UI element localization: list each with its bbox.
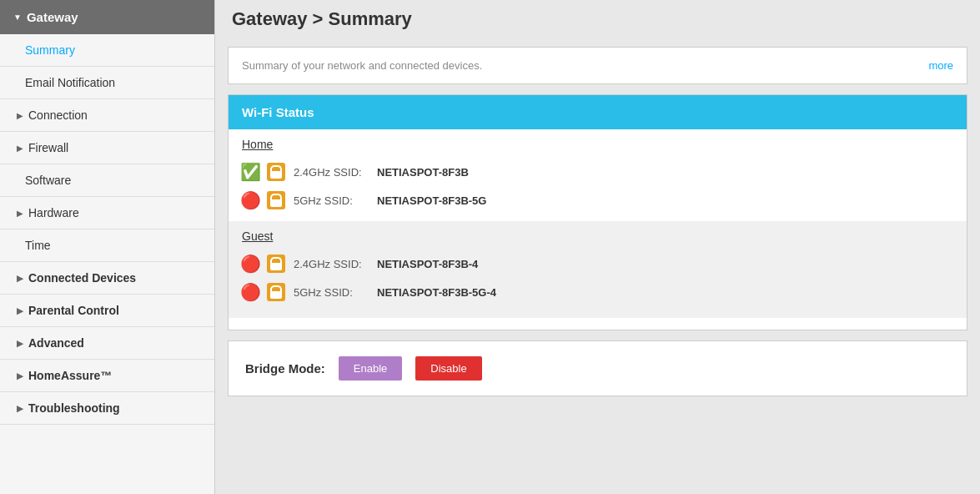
- sidebar-homeassure-arrow: ▶: [17, 371, 23, 381]
- bridge-mode-label: Bridge Mode:: [245, 361, 325, 376]
- sidebar-parental-arrow: ▶: [17, 306, 23, 315]
- home-network-group: Home ✅ 2.4GHz SSID: NETIASPOT-8F3B 🔴: [242, 138, 953, 214]
- wifi-status-header: Wi-Fi Status: [229, 95, 967, 129]
- wifi-status-section: Wi-Fi Status Home ✅ 2.4GHz SSID: NETIASP…: [228, 94, 967, 330]
- guest-5ghz-lock-icon: [267, 283, 285, 301]
- sidebar-connected-arrow: ▶: [17, 274, 23, 283]
- home-5ghz-status-icon: 🔴: [242, 192, 259, 209]
- sidebar-item-parental-control[interactable]: ▶ Parental Control: [0, 295, 214, 327]
- guest-5ghz-label: 5GHz SSID:: [294, 286, 369, 299]
- home-5ghz-ssid: NETIASPOT-8F3B-5G: [377, 194, 486, 207]
- guest-24ghz-ssid: NETIASPOT-8F3B-4: [377, 258, 478, 270]
- sidebar-item-parental-label: Parental Control: [28, 304, 119, 317]
- home-24ghz-ssid: NETIASPOT-8F3B: [377, 166, 469, 179]
- content-area: Summary of your network and connected de…: [215, 38, 980, 405]
- sidebar-gateway-header[interactable]: ▼ Gateway: [0, 0, 214, 34]
- sidebar-item-advanced-label: Advanced: [28, 336, 84, 350]
- sidebar-item-homeassure[interactable]: ▶ HomeAssure™: [0, 360, 214, 392]
- guest-5ghz-status-icon: 🔴: [242, 284, 259, 300]
- sidebar-gateway-arrow: ▼: [13, 13, 22, 22]
- guest-network-group: Guest 🔴 2.4GHz SSID: NETIASPOT-8F3B-4 🔴: [229, 221, 967, 318]
- sidebar-item-email-notification[interactable]: Email Notification: [0, 67, 214, 99]
- home-24ghz-label: 2.4GHz SSID:: [294, 166, 369, 179]
- summary-description-box: Summary of your network and connected de…: [228, 47, 967, 84]
- sidebar-item-email-label: Email Notification: [25, 76, 115, 89]
- guest-label[interactable]: Guest: [242, 229, 953, 243]
- home-24ghz-status-icon: ✅: [242, 164, 259, 180]
- sidebar-hardware-arrow: ▶: [17, 209, 23, 218]
- guest-5ghz-ssid: NETIASPOT-8F3B-5G-4: [377, 286, 496, 299]
- sidebar-item-connected-label: Connected Devices: [28, 271, 136, 285]
- sidebar-item-advanced[interactable]: ▶ Advanced: [0, 327, 214, 360]
- sidebar-item-time-label: Time: [25, 239, 51, 252]
- sidebar-item-connection[interactable]: ▶ Connection: [0, 99, 214, 132]
- home-5ghz-lock-icon: [267, 191, 285, 209]
- disable-button[interactable]: Disable: [415, 356, 481, 381]
- sidebar-item-firewall[interactable]: ▶ Firewall: [0, 132, 214, 164]
- guest-24ghz-label: 2.4GHz SSID:: [294, 258, 369, 270]
- guest-24ghz-status-icon: 🔴: [242, 255, 259, 272]
- home-label[interactable]: Home: [242, 138, 953, 151]
- sidebar-item-firewall-label: Firewall: [28, 141, 68, 154]
- more-link[interactable]: more: [928, 59, 953, 72]
- home-24ghz-lock-icon: [267, 163, 285, 181]
- sidebar-item-connection-label: Connection: [28, 108, 88, 122]
- sidebar-gateway-label: Gateway: [27, 10, 78, 24]
- sidebar-item-connected-devices[interactable]: ▶ Connected Devices: [0, 262, 214, 295]
- sidebar-item-time[interactable]: Time: [0, 229, 214, 262]
- enable-button[interactable]: Enable: [339, 356, 402, 381]
- sidebar-item-software[interactable]: Software: [0, 164, 214, 197]
- sidebar-item-homeassure-label: HomeAssure™: [28, 369, 112, 382]
- sidebar-item-summary[interactable]: Summary: [0, 34, 214, 67]
- home-5ghz-label: 5GHz SSID:: [294, 194, 369, 207]
- sidebar-item-hardware-label: Hardware: [28, 206, 79, 219]
- sidebar-troubleshooting-arrow: ▶: [17, 404, 23, 413]
- sidebar-item-troubleshooting[interactable]: ▶ Troubleshooting: [0, 392, 214, 425]
- summary-description: Summary of your network and connected de…: [242, 59, 482, 72]
- sidebar: ▼ Gateway Summary Email Notification ▶ C…: [0, 0, 215, 494]
- bridge-mode-box: Bridge Mode: Enable Disable: [228, 340, 967, 396]
- guest-24ghz-lock-icon: [267, 255, 285, 273]
- sidebar-advanced-arrow: ▶: [17, 339, 23, 348]
- home-24ghz-row: ✅ 2.4GHz SSID: NETIASPOT-8F3B: [242, 158, 953, 186]
- sidebar-item-troubleshooting-label: Troubleshooting: [28, 401, 120, 415]
- home-5ghz-row: 🔴 5GHz SSID: NETIASPOT-8F3B-5G: [242, 186, 953, 214]
- guest-5ghz-row: 🔴 5GHz SSID: NETIASPOT-8F3B-5G-4: [242, 278, 953, 306]
- page-title: Gateway > Summary: [215, 0, 980, 38]
- guest-24ghz-row: 🔴 2.4GHz SSID: NETIASPOT-8F3B-4: [242, 250, 953, 278]
- sidebar-firewall-arrow: ▶: [17, 144, 23, 153]
- sidebar-connection-arrow: ▶: [17, 111, 23, 120]
- sidebar-item-summary-label: Summary: [25, 43, 75, 57]
- main-content: Gateway > Summary Summary of your networ…: [215, 0, 980, 494]
- wifi-body: Home ✅ 2.4GHz SSID: NETIASPOT-8F3B 🔴: [229, 129, 967, 330]
- sidebar-item-hardware[interactable]: ▶ Hardware: [0, 197, 214, 229]
- sidebar-item-software-label: Software: [25, 174, 71, 187]
